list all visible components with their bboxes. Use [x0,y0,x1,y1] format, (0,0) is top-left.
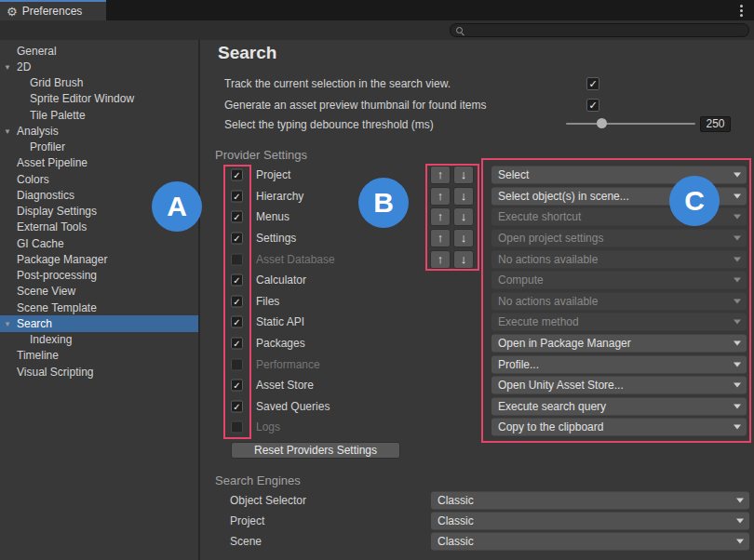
provider-label: Performance [256,358,320,371]
sidebar-item-2d[interactable]: ▼2D [0,59,198,74]
default-action-dropdown[interactable]: Profile... [491,355,747,373]
sidebar-item-profiler[interactable]: Profiler [0,140,198,155]
default-action-dropdown[interactable]: Copy to the clipboard [491,419,747,436]
sidebar-item-asset-pipeline[interactable]: Asset Pipeline [0,155,198,171]
provider-label: Logs [256,420,280,433]
sidebar-item-indexing[interactable]: Indexing [0,332,198,348]
provider-checkbox-calculator[interactable]: ✓ [231,274,243,287]
move-down-button[interactable]: ↓ [453,250,474,269]
provider-checkbox-saved-queries[interactable]: ✓ [231,400,243,412]
default-action-dropdown[interactable]: Execute search query [491,397,747,415]
preferences-tab[interactable]: ⚙ Preferences [0,0,106,20]
provider-row-asset-database: Asset Database↑↓No actions available [200,248,754,270]
sidebar-item-scene-view[interactable]: Scene View [0,284,198,300]
sidebar-item-timeline[interactable]: Timeline [0,348,198,364]
chevron-down-icon [734,362,741,367]
engine-dropdown[interactable]: Classic [431,533,749,551]
option-checkbox[interactable]: ✓ [586,77,599,90]
sidebar-item-post-processing[interactable]: Post-processing [0,268,198,284]
move-down-button[interactable]: ↓ [453,229,474,247]
move-up-button[interactable]: ↑ [430,187,451,206]
provider-label: Packages [256,337,305,350]
chevron-down-icon [734,299,741,303]
annotation-badge-a: A [152,181,202,232]
provider-checkbox-files[interactable]: ✓ [231,295,243,307]
debounce-value-field[interactable]: 250 [700,116,731,132]
provider-checkbox-project[interactable]: ✓ [231,169,243,181]
default-action-dropdown[interactable]: Execute method [491,313,747,331]
sidebar-item-label: General [0,45,57,58]
engine-dropdown[interactable]: Classic [431,513,749,530]
provider-checkbox-menus[interactable]: ✓ [231,211,243,223]
sidebar-item-visual-scripting[interactable]: Visual Scripting [0,364,198,380]
sidebar-item-label: Visual Scripting [0,366,94,379]
sidebar-item-label: Scene View [0,285,75,298]
option-row: Generate an asset preview thumbnail for … [200,95,754,116]
sidebar-item-tile-palette[interactable]: Tile Palette [0,107,198,123]
move-up-button[interactable]: ↑ [430,207,451,226]
move-up-button[interactable]: ↑ [430,166,451,184]
chevron-down-icon [734,193,741,198]
debounce-label: Select the typing debounce threshold (ms… [224,118,434,131]
default-action-dropdown[interactable]: Open in Package Manager [491,335,747,353]
provider-checkbox-logs[interactable] [231,421,243,433]
sidebar-item-gi-cache[interactable]: GI Cache [0,235,198,251]
sidebar-item-scene-template[interactable]: Scene Template [0,300,198,315]
chevron-down-icon[interactable]: ▼ [4,127,11,135]
sidebar-item-general[interactable]: General [0,43,198,59]
slider-handle[interactable] [597,118,607,128]
sidebar-item-label: Display Settings [0,205,97,218]
default-action-dropdown[interactable]: Compute [491,272,747,289]
sidebar-item-label: External Tools [0,220,87,233]
chevron-down-icon[interactable]: ▼ [4,62,11,71]
check-icon: ✓ [232,233,242,244]
search-icon [456,27,463,33]
sidebar-item-package-manager[interactable]: Package Manager [0,251,198,267]
provider-row-packages: ✓PackagesOpen in Package Manager [200,333,754,354]
option-checkbox[interactable]: ✓ [586,99,599,112]
engine-dropdown[interactable]: Classic [431,492,749,510]
sidebar-item-search[interactable]: ▼Search [0,315,198,331]
check-icon: ✓ [232,191,242,201]
reset-providers-button[interactable]: Reset Providers Settings [231,442,400,459]
provider-checkbox-performance[interactable] [231,358,243,370]
default-action-dropdown[interactable]: No actions available [491,250,747,268]
sidebar-item-analysis[interactable]: ▼Analysis [0,123,198,139]
page-title: Search [218,43,276,63]
provider-checkbox-packages[interactable]: ✓ [231,338,243,350]
chevron-down-icon[interactable]: ▼ [4,319,11,327]
default-action-dropdown[interactable]: Open project settings [491,230,747,247]
sidebar-item-sprite-editor-window[interactable]: Sprite Editor Window [0,91,198,107]
move-down-button[interactable]: ↓ [453,207,474,226]
default-action-dropdown[interactable]: Open Unity Asset Store... [491,377,747,394]
sidebar-item-grid-brush[interactable]: Grid Brush [0,75,198,91]
annotation-badge-b: B [358,178,409,228]
check-icon: ✓ [232,275,242,286]
sidebar-item-label: Package Manager [0,253,107,266]
provider-checkbox-settings[interactable]: ✓ [231,233,243,245]
provider-checkbox-static-api[interactable]: ✓ [231,316,243,328]
check-icon: ✓ [232,401,242,411]
chevron-down-icon [736,519,744,524]
chevron-down-icon [736,499,744,503]
provider-label: Hierarchy [256,190,303,203]
provider-row-asset-store: ✓Asset StoreOpen Unity Asset Store... [200,375,754,396]
sidebar-item-label: Post-processing [0,269,97,282]
default-action-dropdown[interactable]: No actions available [491,292,747,310]
search-engines-header: Search Engines [215,473,301,487]
provider-checkbox-asset-database[interactable] [231,253,243,265]
provider-checkbox-asset-store[interactable]: ✓ [231,380,243,392]
provider-label: Asset Store [256,379,314,392]
move-down-button[interactable]: ↓ [453,166,474,184]
debounce-slider[interactable] [566,123,695,125]
kebab-menu-icon[interactable] [734,4,747,18]
provider-row-saved-queries: ✓Saved QueriesExecute search query [200,396,754,418]
provider-checkbox-hierarchy[interactable]: ✓ [231,190,243,202]
move-up-button[interactable]: ↑ [430,229,451,247]
move-down-button[interactable]: ↓ [453,187,474,206]
sidebar-item-label: Colors [0,173,49,186]
check-icon: ✓ [587,100,599,111]
chevron-down-icon [734,215,741,220]
search-input[interactable] [450,23,749,37]
move-up-button[interactable]: ↑ [430,250,451,269]
